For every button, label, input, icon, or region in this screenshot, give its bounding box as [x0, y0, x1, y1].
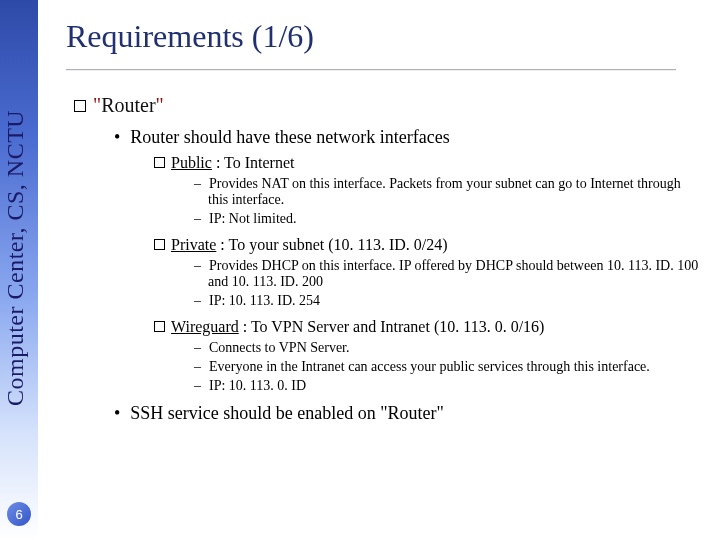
slide: Computer Center, CS, NCTU 6 Requirements…	[0, 0, 720, 540]
wireguard-detail-2: Everyone in the Intranet can access your…	[194, 359, 702, 375]
page-number-badge: 6	[7, 502, 31, 526]
interfaces-intro: Router should have these network interfa…	[114, 127, 702, 148]
wireguard-label: Wireguard	[171, 318, 239, 335]
private-label: Private	[171, 236, 216, 253]
router-word: Router	[101, 94, 155, 116]
public-detail-1: Provides NAT on this interface. Packets …	[194, 176, 702, 208]
private-desc: : To your subnet (10. 113. ID. 0/24)	[216, 236, 447, 253]
quote-open: "	[93, 94, 101, 116]
router-heading: "Router"	[74, 94, 702, 117]
wireguard-detail-3: IP: 10. 113. 0. ID	[194, 378, 702, 394]
wireguard-desc: : To VPN Server and Intranet (10. 113. 0…	[239, 318, 545, 335]
checkbox-icon	[154, 321, 165, 332]
public-label: Public	[171, 154, 212, 171]
private-detail-2: IP: 10. 113. ID. 254	[194, 293, 702, 309]
square-bullet-icon	[74, 100, 86, 112]
public-heading: Public : To Internet	[154, 154, 702, 172]
title-divider	[66, 69, 676, 70]
wireguard-detail-1: Connects to VPN Server.	[194, 340, 702, 356]
wireguard-heading: Wireguard : To VPN Server and Intranet (…	[154, 318, 702, 336]
checkbox-icon	[154, 239, 165, 250]
checkbox-icon	[154, 157, 165, 168]
ssh-note: SSH service should be enabled on "Router…	[114, 403, 702, 424]
slide-title: Requirements (1/6)	[66, 18, 702, 55]
public-detail-2: IP: Not limited.	[194, 211, 702, 227]
content: Requirements (1/6) "Router" Router shoul…	[66, 18, 702, 430]
quote-close: "	[156, 94, 164, 116]
private-detail-1: Provides DHCP on this interface. IP offe…	[194, 258, 702, 290]
private-heading: Private : To your subnet (10. 113. ID. 0…	[154, 236, 702, 254]
sidebar-label: Computer Center, CS, NCTU	[2, 6, 36, 406]
public-desc: : To Internet	[212, 154, 295, 171]
